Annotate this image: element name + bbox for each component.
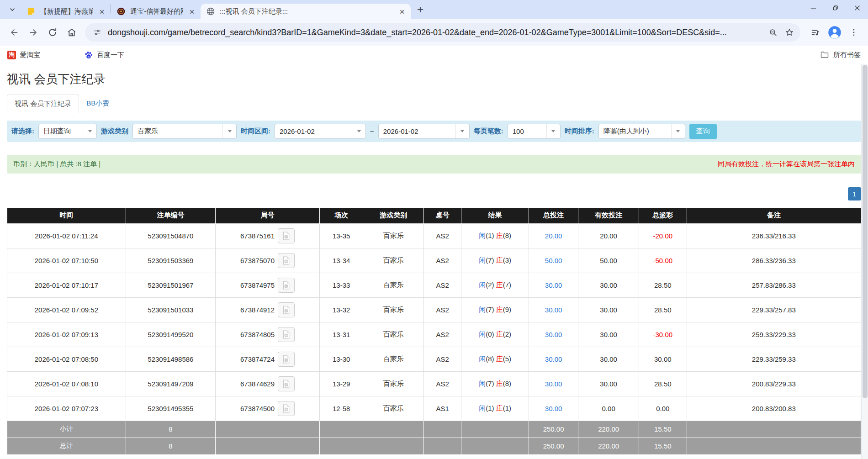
bookmark-star-icon[interactable] [782, 25, 797, 40]
page-tabs: 视讯 会员下注纪录 BB小费 [7, 95, 861, 113]
total-bet-link[interactable]: 50.00 [529, 248, 578, 273]
time-cell: 2026-01-02 07:10:17 [7, 273, 126, 297]
close-icon[interactable]: × [397, 6, 407, 16]
page-number-button[interactable]: 1 [848, 187, 861, 200]
close-icon[interactable]: × [97, 6, 107, 16]
total-bet-link[interactable]: 30.00 [529, 273, 578, 297]
video-replay-button[interactable] [278, 253, 295, 268]
close-icon[interactable]: × [187, 6, 197, 16]
player-label: 闲 [479, 355, 486, 363]
valid-bet-cell: 0.00 [578, 396, 639, 421]
bookmarks-bar: 淘 爱淘宝 du 百度一下 所有书签 [0, 46, 868, 64]
date-start-select[interactable]: 2026-01-02 [275, 124, 366, 139]
zoom-out-icon[interactable] [766, 25, 780, 40]
player-label: 闲 [479, 232, 486, 239]
total-bet-link[interactable]: 30.00 [529, 322, 578, 347]
bet-id-cell: 523091501033 [126, 297, 215, 322]
url-bar[interactable]: dongshouji.com/game/betrecord_search/kin… [85, 23, 800, 42]
table-row: 2026-01-02 07:11:24 523091504870 6738751… [7, 223, 861, 248]
taobao-icon: 淘 [7, 51, 16, 59]
table-row: 2026-01-02 07:08:10 523091497209 6738746… [7, 371, 861, 396]
col-game: 游戏类别 [363, 208, 424, 223]
chevron-down-icon[interactable] [455, 124, 469, 138]
bookmark-baidu[interactable]: du 百度一下 [84, 50, 124, 59]
search-button[interactable]: 查询 [689, 124, 717, 139]
time-cell: 2026-01-02 07:08:50 [7, 347, 126, 371]
table-body: 2026-01-02 07:11:24 523091504870 6738751… [7, 223, 861, 421]
forward-button[interactable] [25, 24, 42, 41]
table-no-cell: AS2 [424, 223, 461, 248]
restore-button[interactable] [824, 0, 846, 16]
video-replay-button[interactable] [278, 352, 295, 367]
bet-id-cell: 523091501967 [126, 273, 215, 297]
browser-tab-2[interactable]: 通宝-信誉最好的网上游戏平台 × [111, 4, 201, 19]
game-cell: 百家乐 [363, 322, 424, 347]
browser-toolbar: dongshouji.com/game/betrecord_search/kin… [0, 19, 868, 46]
scrollbar-thumb[interactable] [863, 65, 868, 398]
round-cell: 673875070 [216, 248, 320, 273]
tab-bet-records[interactable]: 视讯 会员下注纪录 [7, 95, 79, 113]
query-type-select[interactable]: 日期查询 [38, 124, 97, 139]
total-bet-link[interactable]: 30.00 [529, 371, 578, 396]
new-tab-button[interactable]: + [413, 3, 427, 16]
chevron-down-icon[interactable] [546, 124, 560, 138]
total-bet-link[interactable]: 30.00 [529, 347, 578, 371]
total-bet-link[interactable]: 30.00 [529, 396, 578, 421]
video-replay-button[interactable] [278, 376, 295, 391]
tab-search-button[interactable] [5, 3, 19, 16]
per-page-select[interactable]: 100 [508, 124, 561, 139]
chevron-down-icon[interactable] [222, 124, 236, 138]
total-bet-link[interactable]: 20.00 [529, 223, 578, 248]
date-end-select[interactable]: 2026-01-02 [378, 124, 470, 139]
video-replay-button[interactable] [278, 278, 295, 293]
bookmark-taobao[interactable]: 淘 爱淘宝 [7, 51, 40, 59]
game-type-select[interactable]: 百家乐 [132, 124, 237, 139]
page-scrollbar[interactable] [861, 64, 868, 459]
browser-tab-1[interactable]: 【新提醒】海燕策略论坛 - 综合 × [21, 4, 111, 19]
site-settings-icon[interactable] [90, 26, 104, 39]
table-no-cell: AS2 [424, 347, 461, 371]
tab-bb-tip[interactable]: BB小费 [79, 95, 116, 113]
all-bookmarks[interactable]: 所有书签 [813, 50, 861, 60]
chevron-down-icon[interactable] [352, 124, 365, 138]
video-replay-button[interactable] [278, 302, 295, 317]
result-cell: 闲(1) 庄(1) [461, 396, 529, 421]
menu-kebab-icon[interactable] [845, 24, 863, 41]
total-bet-link[interactable]: 30.00 [529, 297, 578, 322]
round-cell: 673874724 [216, 347, 320, 371]
video-replay-button[interactable] [278, 228, 295, 243]
banker-label: 庄 [496, 306, 503, 313]
chevron-down-icon[interactable] [671, 124, 685, 138]
subtotal-label: 小计 [7, 421, 126, 438]
player-label: 闲 [479, 256, 486, 264]
toolbar-right-icons [806, 24, 863, 41]
time-cell: 2026-01-02 07:07:23 [7, 396, 126, 421]
video-replay-button[interactable] [278, 401, 295, 416]
select-label: 请选择: [11, 127, 34, 136]
result-cell: 闲(2) 庄(7) [461, 273, 529, 297]
col-remark: 备注 [687, 208, 861, 223]
back-button[interactable] [5, 24, 23, 41]
close-window-button[interactable] [846, 0, 868, 16]
reload-button[interactable] [44, 24, 61, 41]
home-button[interactable] [63, 24, 80, 41]
bet-records-table: 时间 注单编号 局号 场次 游戏类别 桌号 结果 总投注 有效投注 总派彩 备注… [7, 208, 861, 455]
video-replay-button[interactable] [278, 327, 295, 342]
browser-tab-active[interactable]: :::视讯 会员下注纪录::: × [201, 4, 411, 19]
time-cell: 2026-01-02 07:10:50 [7, 248, 126, 273]
bookmark-label: 百度一下 [97, 51, 124, 59]
valid-bet-cell: 30.00 [578, 273, 639, 297]
round-cell: 673874805 [216, 322, 320, 347]
chevron-down-icon[interactable] [83, 124, 96, 138]
remark-cell: 286.33/236.33 [687, 248, 861, 273]
profile-avatar[interactable] [826, 24, 843, 41]
session-cell: 13-33 [320, 273, 363, 297]
banker-label: 庄 [496, 232, 503, 239]
player-label: 闲 [479, 380, 486, 387]
remark-cell: 236.33/216.33 [687, 223, 861, 248]
minimize-button[interactable] [802, 0, 824, 16]
sort-select[interactable]: 降冪(由大到小) [598, 124, 685, 139]
total-label: 总计 [7, 438, 126, 454]
result-cell: 闲(7) 庄(3) [461, 248, 529, 273]
media-controls-icon[interactable] [807, 24, 824, 41]
